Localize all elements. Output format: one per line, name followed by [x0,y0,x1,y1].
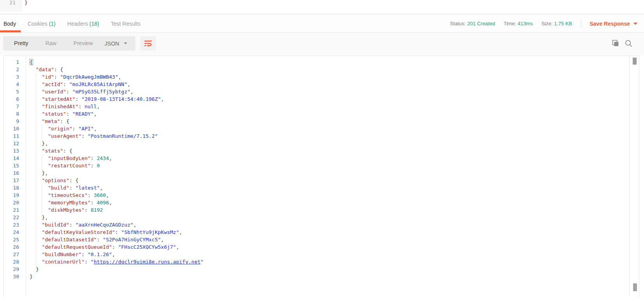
request-editor-tail: 21 } [0,0,644,14]
chevron-down-icon [633,23,637,25]
tab-cookies[interactable]: Cookies (1) [28,21,56,27]
line-content: "inputBodyLen": 2434, [30,155,112,162]
tab-test-results-label: Test Results [111,21,140,27]
status-badge: Status: 201 Created [450,21,495,26]
tab-headers-label: Headers [67,21,88,27]
line-number: 6 [4,95,19,103]
line-number: 27 [4,251,19,258]
response-meta: Status: 201 Created Time: 413ms Size: 1.… [450,14,637,33]
pretty-button[interactable]: Pretty [5,36,37,51]
line-number: 23 [4,221,19,228]
postman-response-panel: 21 } Body Cookies (1) Headers (18) Test … [0,0,644,297]
line-content: "userAgent": "PostmanRuntime/7.15.2" [30,132,158,140]
line-content: "buildId": "aaXrnHeCqoZAGDzuz", [30,221,136,228]
tab-headers[interactable]: Headers (18) [67,21,99,27]
chevron-down-icon [124,42,127,44]
line-number: 8 [4,110,19,118]
line-number: 5 [4,88,19,95]
code-lines: 1{2 "data": {3 "id": "DqcrDkAwegJmBWB43"… [4,58,631,297]
line-content: "containerUrl": "https://dqclr9uimi8e.ru… [30,258,203,265]
code-line: 24 "defaultKeyValueStoreId": "SbfNhtYu9j… [4,228,631,236]
code-line: 23 "buildId": "aaXrnHeCqoZAGDzuz", [4,221,631,228]
line-content: { [30,58,33,66]
code-line: 2 "data": { [4,66,631,73]
raw-button[interactable]: Raw [37,36,65,51]
line-content: }, [30,140,48,147]
save-response-button[interactable]: Save Response [590,21,638,27]
code-line: 18 "build": "latest", [4,184,631,192]
tab-cookies-count: (1) [48,21,56,27]
toolbar-right-icons [611,39,633,47]
wrap-text-button[interactable] [140,36,156,51]
line-content: "restartCount": 0 [30,162,100,169]
tab-test-results[interactable]: Test Results [111,21,140,27]
line-number: 17 [4,177,19,184]
code-line: 7 "finishedAt": null, [4,103,631,110]
line-number: 12 [4,140,19,147]
line-number: 13 [4,147,19,155]
line-content: "timeoutSecs": 3600, [30,192,109,199]
line-number: 29 [4,265,19,273]
code-line: 4 "actId": "moJRLRc85AitArpNN", [4,81,631,88]
tab-body[interactable]: Body [4,21,16,27]
code-line: 15 "restartCount": 0 [4,162,631,169]
line-content: "defaultDatasetId": "S2PoA7HinGyCYMxc5", [30,236,164,243]
response-tabs: Body Cookies (1) Headers (18) Test Resul… [4,14,140,33]
code-line: 19 "timeoutSecs": 3600, [4,192,631,199]
line-content: "status": "READY", [30,110,97,118]
line-content: "build": "latest", [30,184,103,192]
line-content: "diskMbytes": 8192 [30,206,103,214]
size-value: 1.75 KB [554,21,572,26]
copy-icon [611,39,619,47]
container-url-link[interactable]: https://dqclr9uimi8e.runs.apify.net [94,259,200,265]
line-number: 30 [4,273,19,280]
meta-divider [581,19,581,28]
line-content: "origin": "API", [30,125,97,132]
code-line: 6 "startedAt": "2019-08-13T14:54:40.196Z… [4,95,631,103]
line-number: 22 [4,214,19,221]
code-line: 21 "diskMbytes": 8192 [4,206,631,214]
code-line: 5 "userId": "mPSyG35Lffj5ybtgz", [4,88,631,95]
line-number: 19 [4,192,19,199]
code-line: 3 "id": "DqcrDkAwegJmBWB43", [4,73,631,81]
code-line: 29 } [4,265,631,273]
response-tab-bar: Body Cookies (1) Headers (18) Test Resul… [0,14,644,33]
line-number: 1 [4,58,19,66]
size-label: Size: [541,21,553,26]
code-line: 25 "defaultDatasetId": "S2PoA7HinGyCYMxc… [4,236,631,243]
time-label: Time: [504,21,516,26]
tab-headers-count: (18) [88,21,99,27]
time-value: 413ms [518,21,533,26]
line-content: "startedAt": "2019-08-13T14:54:40.196Z", [30,95,164,103]
line-content: "memoryMbytes": 4096, [30,199,112,206]
scrollbar-track [629,56,630,297]
line-number: 16 [4,169,19,177]
line-number: 18 [4,184,19,192]
time-badge: Time: 413ms [504,21,533,26]
viewer-scrollbar-thumb[interactable] [633,58,637,65]
code-line: 12 }, [4,140,631,147]
code-line: 17 "options": { [4,177,631,184]
tab-cookies-label: Cookies [28,21,48,27]
code-line: 26 "defaultRequestQueueId": "FHscC25XQCY… [4,243,631,251]
view-mode-group: Pretty Raw Preview [3,36,104,51]
line-content: "userId": "mPSyG35Lffj5ybtgz", [30,88,133,95]
line-number: 24 [4,228,19,236]
line-number: 9 [4,118,19,125]
code-line: 14 "inputBodyLen": 2434, [4,155,631,162]
line-content: "id": "DqcrDkAwegJmBWB43", [30,73,121,81]
tab-body-label: Body [4,21,16,27]
code-line: 30} [4,273,631,280]
save-response-label: Save Response [590,21,630,27]
line-content: "data": { [30,66,63,73]
line-content: "buildNumber": "0.1.26", [30,251,115,258]
language-dropdown[interactable]: JSON [96,36,135,51]
copy-button[interactable] [611,39,619,47]
status-value: 201 Created [467,21,495,26]
line-number: 26 [4,243,19,251]
line-number: 15 [4,162,19,169]
page-scrollbar-thumb[interactable] [633,283,637,291]
search-button[interactable] [625,39,633,47]
line-content: "defaultRequestQueueId": "FHscC25XQCYw5x… [30,243,179,251]
line-number: 7 [4,103,19,110]
